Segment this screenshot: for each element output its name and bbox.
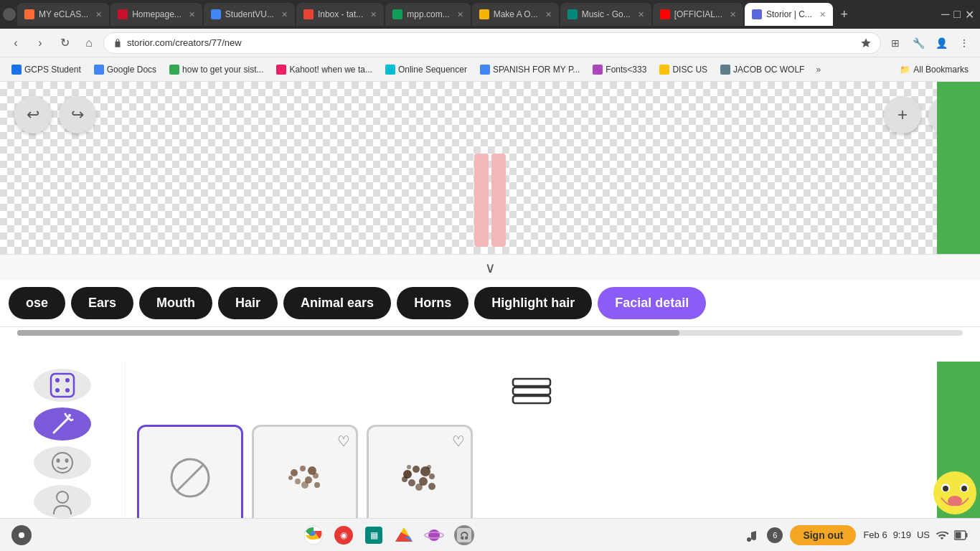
close-button[interactable]: ✕ xyxy=(965,8,974,22)
zoom-in-button[interactable]: + xyxy=(884,96,921,133)
sidebar-magic-button[interactable] xyxy=(34,408,91,441)
extension-icon[interactable]: 🔧 xyxy=(908,33,928,53)
redo-button[interactable]: ↪ xyxy=(59,96,96,133)
bookmark-gcps[interactable]: GCPS Student xyxy=(6,62,87,77)
sidebar-body-button[interactable] xyxy=(34,485,91,518)
tab-storior[interactable]: Storior | C... ✕ xyxy=(745,3,833,26)
chevron-down-icon[interactable]: ∨ xyxy=(485,259,496,276)
tab-close-sv[interactable]: ✕ xyxy=(281,10,288,19)
windows-button[interactable] xyxy=(11,525,32,545)
star-icon[interactable] xyxy=(860,37,872,49)
category-mouth[interactable]: Mouth xyxy=(139,287,212,319)
bookmark-sequencer[interactable]: Online Sequencer xyxy=(380,62,473,77)
taskbar-app2[interactable]: ◉ xyxy=(332,524,355,547)
svg-point-14 xyxy=(65,458,69,463)
category-highlight-hair[interactable]: Highlight hair xyxy=(474,287,592,319)
tab-official[interactable]: [OFFICIAL... ✕ xyxy=(653,3,743,26)
bookmark-kahoot[interactable]: Kahoot! when we ta... xyxy=(270,62,377,77)
bookmark-label: Google Docs xyxy=(107,65,156,75)
taskbar-chrome[interactable] xyxy=(302,524,325,547)
svg-text:🎧: 🎧 xyxy=(460,531,469,540)
chevron-area[interactable]: ∨ xyxy=(0,254,980,280)
category-nose[interactable]: ose xyxy=(9,287,65,319)
tab-close-inbox[interactable]: ✕ xyxy=(370,10,377,19)
category-horns[interactable]: Horns xyxy=(397,287,468,319)
address-bar[interactable]: storior.com/creators/77/new xyxy=(103,32,881,54)
forward-button[interactable]: › xyxy=(30,33,50,53)
settings-icon[interactable]: ⋮ xyxy=(954,33,974,53)
favorite-heart-icon[interactable]: ♡ xyxy=(337,433,350,450)
back-button[interactable]: ‹ xyxy=(6,33,26,53)
tab-close-musicgo[interactable]: ✕ xyxy=(638,10,644,19)
sign-out-button[interactable]: Sign out xyxy=(790,525,856,545)
reload-button[interactable]: ↻ xyxy=(55,33,75,53)
scroll-track xyxy=(17,330,963,336)
taskbar-drive[interactable] xyxy=(392,524,415,547)
svg-point-39 xyxy=(407,465,411,469)
taskbar-planet[interactable] xyxy=(423,524,446,547)
lock-icon xyxy=(113,38,123,48)
maximize-button[interactable]: □ xyxy=(953,8,961,22)
new-tab-button[interactable]: + xyxy=(834,4,854,24)
bookmark-howto[interactable]: how to get your sist... xyxy=(164,62,269,77)
extension-puzzle-icon[interactable]: ⊞ xyxy=(885,33,905,53)
undo-button[interactable]: ↩ xyxy=(14,96,52,133)
svg-line-7 xyxy=(54,418,68,433)
notification-badge[interactable]: 6 xyxy=(767,527,783,543)
item-none[interactable] xyxy=(137,425,243,518)
headphones-icon: 🎧 xyxy=(456,527,473,544)
svg-rect-63 xyxy=(966,533,968,537)
svg-point-45 xyxy=(961,486,967,491)
bookmark-label: SPANISH FOR MY P... xyxy=(493,65,580,75)
tab-close-official[interactable]: ✕ xyxy=(730,10,736,19)
item-freckles-1[interactable]: ♡ xyxy=(252,425,358,518)
bookmark-googledocs[interactable]: Google Docs xyxy=(88,62,162,77)
tab-musicgo[interactable]: Music - Go... ✕ xyxy=(560,3,651,26)
tab-label: Inbox - tat... xyxy=(318,9,363,19)
tab-close-myclasses[interactable]: ✕ xyxy=(95,10,102,19)
tab-close-make[interactable]: ✕ xyxy=(545,10,552,19)
scroll-indicator xyxy=(0,327,980,342)
svg-point-41 xyxy=(933,471,976,514)
sidebar-randomize-button[interactable] xyxy=(34,369,91,402)
mascot-character xyxy=(930,468,980,518)
bookmarks-more-button[interactable]: » xyxy=(811,62,825,77)
tab-close-mpp[interactable]: ✕ xyxy=(457,10,463,19)
bookmark-jacob[interactable]: JACOB OC WOLF xyxy=(715,62,810,77)
favorite-heart-icon-2[interactable]: ♡ xyxy=(452,433,465,450)
svg-text:▦: ▦ xyxy=(369,530,377,540)
no-item-icon xyxy=(169,456,212,499)
tab-label: Homepage... xyxy=(132,9,182,19)
svg-text:◉: ◉ xyxy=(340,530,347,540)
svg-point-38 xyxy=(428,483,435,490)
bookmarks-folder[interactable]: 📁 All Bookmarks xyxy=(894,62,974,77)
taskbar-app3[interactable]: ▦ xyxy=(362,524,385,547)
tab-mpp[interactable]: mpp.com... ✕ xyxy=(385,3,470,26)
svg-point-5 xyxy=(55,388,60,392)
sidebar-face-button[interactable] xyxy=(34,446,91,479)
tab-inbox[interactable]: Inbox - tat... ✕ xyxy=(296,3,384,26)
svg-point-37 xyxy=(415,484,423,491)
svg-rect-16 xyxy=(513,396,550,403)
category-facial-detail[interactable]: Facial detail xyxy=(598,287,706,319)
home-button[interactable]: ⌂ xyxy=(79,33,99,53)
tab-d2l[interactable]: Homepage... ✕ xyxy=(110,3,202,26)
tab-studentvu[interactable]: StudentVU... ✕ xyxy=(204,3,295,26)
region-display: US xyxy=(917,529,930,540)
tab-make[interactable]: Make A O... ✕ xyxy=(472,3,559,26)
tab-close-storior[interactable]: ✕ xyxy=(819,10,826,19)
tab-close-d2l[interactable]: ✕ xyxy=(189,10,195,19)
category-animal-ears[interactable]: Animal ears xyxy=(283,287,391,319)
bookmark-fonts[interactable]: Fonts<333 xyxy=(587,62,652,77)
bookmark-discus[interactable]: DISC US xyxy=(654,62,713,77)
taskbar-music[interactable]: 🎧 xyxy=(453,524,476,547)
tab-myclasses[interactable]: MY eCLAS... ✕ xyxy=(17,3,109,26)
category-hair[interactable]: Hair xyxy=(218,287,278,319)
profile-icon[interactable]: 👤 xyxy=(931,33,951,53)
bookmark-spanish[interactable]: SPANISH FOR MY P... xyxy=(474,62,585,77)
item-freckles-2[interactable]: ♡ xyxy=(367,425,473,518)
category-ears[interactable]: Ears xyxy=(71,287,133,319)
svg-point-22 xyxy=(300,466,306,471)
stack-icon xyxy=(510,373,553,410)
minimize-button[interactable]: ─ xyxy=(941,8,949,22)
